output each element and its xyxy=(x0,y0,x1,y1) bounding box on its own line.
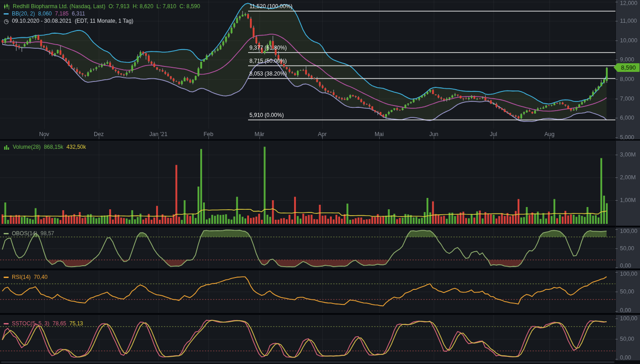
symbol-legend-row[interactable]: Redhill Biopharma Ltd. (Nasdaq, Last) O:… xyxy=(4,3,200,10)
sstoc-line-icon xyxy=(4,323,9,324)
ohlc-open: O: 7,913 xyxy=(108,3,129,10)
bollinger-upper-value: 8,060 xyxy=(38,10,52,17)
candlestick-icon xyxy=(4,4,10,10)
sstoc-k-value: 78,65 xyxy=(52,320,66,327)
sstoc-legend[interactable]: SSTOC(5, 5, 3) 78,65 75,13 xyxy=(4,320,83,327)
bollinger-legend-row[interactable]: BB(20, 2) 8,060 7,185 6,311 xyxy=(4,10,200,17)
volume-legend[interactable]: Volume(28) 868,15k 432,50k xyxy=(4,143,86,151)
ohlc-low: L: 7,810 xyxy=(157,3,176,10)
rsi-legend[interactable]: RSI(14) 70,40 xyxy=(4,273,47,281)
scrollbar-thumb[interactable] xyxy=(1,361,615,363)
ohlc-close: C: 8,590 xyxy=(179,3,200,10)
chart-canvas[interactable] xyxy=(0,0,640,364)
horizontal-scrollbar[interactable] xyxy=(0,360,640,364)
volume-average-value: 432,50k xyxy=(66,144,86,150)
trading-chart-app: Redhill Biopharma Ltd. (Nasdaq, Last) O:… xyxy=(0,0,640,364)
symbol-name: Redhill Biopharma Ltd. (Nasdaq, Last) xyxy=(13,3,105,10)
bollinger-lower-value: 6,311 xyxy=(72,10,85,17)
obos-label: OBOS(14) xyxy=(12,230,37,237)
rsi-value: 70,40 xyxy=(34,274,47,280)
bollinger-line-icon xyxy=(4,13,9,15)
bollinger-label: BB(20, 2) xyxy=(12,10,35,17)
volume-current-value: 868,15k xyxy=(44,144,63,150)
bollinger-middle-value: 7,185 xyxy=(55,10,69,17)
volume-label: Volume(28) xyxy=(13,144,41,150)
obos-legend[interactable]: OBOS(14) 98,57 xyxy=(4,230,54,237)
clock-icon: ◷ xyxy=(4,18,9,24)
sstoc-label: SSTOC(5, 5, 3) xyxy=(12,320,49,327)
date-range-info: (EDT, 11 Monate, 1 Tag) xyxy=(75,18,133,24)
rsi-label: RSI(14) xyxy=(12,274,30,280)
date-range: 09.10.2020 - 30.08.2021 xyxy=(12,18,71,24)
volume-bars-icon xyxy=(4,144,10,150)
main-legend[interactable]: Redhill Biopharma Ltd. (Nasdaq, Last) O:… xyxy=(4,3,200,25)
rsi-line-icon xyxy=(4,277,9,278)
obos-line-icon xyxy=(4,233,9,234)
obos-value: 98,57 xyxy=(41,230,54,237)
sstoc-d-value: 75,13 xyxy=(70,320,83,327)
ohlc-high: H: 8,620 xyxy=(132,3,153,10)
date-range-row[interactable]: ◷ 09.10.2020 - 30.08.2021 (EDT, 11 Monat… xyxy=(4,17,200,25)
